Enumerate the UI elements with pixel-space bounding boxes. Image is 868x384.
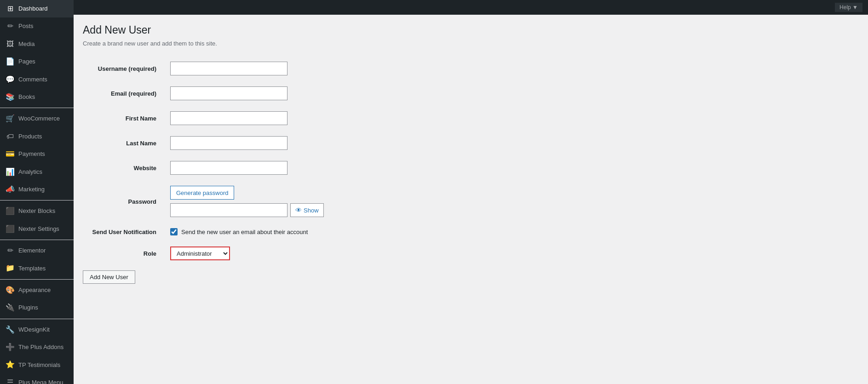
wdesignkit-icon: 🔧	[6, 325, 15, 335]
sidebar-item-appearance[interactable]: 🎨 Appearance	[0, 281, 74, 299]
sidebar-item-label: Media	[18, 40, 34, 48]
website-input[interactable]	[170, 161, 287, 175]
page-content: Add New User Create a brand new user and…	[74, 15, 868, 293]
sidebar-item-dashboard[interactable]: ⊞ Dashboard	[0, 0, 74, 17]
sidebar-item-the-plus-addons[interactable]: ➕ The Plus Addons	[0, 338, 74, 356]
pages-icon: 📄	[6, 57, 15, 67]
sidebar-item-analytics[interactable]: 📊 Analytics	[0, 163, 74, 181]
username-input[interactable]	[170, 62, 287, 75]
sidebar-item-comments[interactable]: 💬 Comments	[0, 71, 74, 88]
sidebar-item-label: Books	[18, 93, 35, 101]
sidebar-item-label: Posts	[18, 22, 34, 30]
sidebar-item-label: Dashboard	[18, 5, 48, 13]
email-row: Email (required)	[83, 81, 405, 106]
sidebar-item-label: TP Testimonials	[18, 361, 60, 369]
posts-icon: ✏	[6, 21, 15, 31]
password-input[interactable]	[170, 203, 287, 217]
nexter-blocks-icon: ⬛	[6, 206, 15, 216]
page-title: Add New User	[83, 24, 859, 36]
sidebar-item-nexter-settings[interactable]: ⬛ Nexter Settings	[0, 220, 74, 238]
sidebar-item-label: The Plus Addons	[18, 343, 63, 351]
show-label: Show	[304, 207, 319, 214]
website-row: Website	[83, 155, 405, 180]
add-user-form: Username (required) Email (required) Fir…	[83, 56, 405, 266]
sidebar-item-label: Nexter Blocks	[18, 207, 55, 215]
elementor-icon: ✏	[6, 246, 15, 256]
first-name-input[interactable]	[170, 111, 287, 125]
analytics-icon: 📊	[6, 167, 15, 177]
plugins-icon: 🔌	[6, 303, 15, 313]
sidebar-item-tp-testimonials[interactable]: ⭐ TP Testimonials	[0, 356, 74, 373]
email-input[interactable]	[170, 86, 287, 100]
sidebar-item-templates[interactable]: 📁 Templates	[0, 259, 74, 277]
sidebar-item-wdesignkit[interactable]: 🔧 WDesignKit	[0, 321, 74, 338]
sidebar-item-label: Products	[18, 132, 42, 141]
woocommerce-icon: 🛒	[6, 114, 15, 124]
send-notification-checkbox[interactable]	[170, 228, 178, 235]
generate-password-button[interactable]: Generate password	[170, 186, 234, 200]
notification-label: Send User Notification	[92, 229, 156, 235]
password-input-row: 👁 Show	[170, 203, 400, 217]
notification-checkbox-label: Send the new user an email about their a…	[181, 229, 308, 235]
website-label: Website	[133, 165, 156, 172]
email-label: Email (required)	[111, 90, 156, 97]
sidebar-item-label: Appearance	[18, 286, 51, 294]
sidebar-item-label: Plugins	[18, 304, 38, 312]
comments-icon: 💬	[6, 75, 15, 85]
sidebar-item-label: WDesignKit	[18, 326, 50, 334]
role-label: Role	[144, 250, 156, 257]
plus-addons-icon: ➕	[6, 342, 15, 352]
main-content: Help ▼ Add New User Create a brand new u…	[74, 0, 868, 384]
help-label: Help ▼	[839, 4, 858, 11]
sidebar-item-label: Nexter Settings	[18, 225, 59, 233]
help-button[interactable]: Help ▼	[835, 3, 862, 12]
templates-icon: 📁	[6, 263, 15, 273]
sidebar-item-label: WooCommerce	[18, 115, 60, 123]
show-password-button[interactable]: 👁 Show	[290, 203, 324, 217]
sidebar-item-woocommerce[interactable]: 🛒 WooCommerce	[0, 110, 74, 127]
sidebar-item-label: Plus Mega Menu	[18, 378, 63, 384]
add-user-button-label: Add New User	[90, 274, 128, 281]
sidebar-item-marketing[interactable]: 📣 Marketing	[0, 181, 74, 198]
sidebar-item-label: Payments	[18, 150, 45, 158]
username-label: Username (required)	[98, 65, 156, 72]
notification-row: Send User Notification Send the new user…	[83, 223, 405, 241]
sidebar-item-posts[interactable]: ✏ Posts	[0, 17, 74, 35]
add-new-user-button[interactable]: Add New User	[83, 270, 135, 284]
first-name-label: First Name	[126, 115, 156, 122]
last-name-input[interactable]	[170, 136, 287, 150]
last-name-row: Last Name	[83, 131, 405, 155]
sidebar-item-media[interactable]: 🖼 Media	[0, 35, 74, 53]
tp-testimonials-icon: ⭐	[6, 360, 15, 370]
first-name-row: First Name	[83, 106, 405, 131]
sidebar-item-label: Elementor	[18, 246, 46, 255]
sidebar-item-label: Marketing	[18, 185, 45, 194]
products-icon: 🏷	[6, 132, 15, 142]
sidebar-item-plugins[interactable]: 🔌 Plugins	[0, 299, 74, 316]
sidebar-item-products[interactable]: 🏷 Products	[0, 128, 74, 145]
marketing-icon: 📣	[6, 184, 15, 195]
dashboard-icon: ⊞	[6, 4, 15, 14]
role-select[interactable]: Administrator Editor Author Contributor …	[170, 246, 230, 260]
sidebar-item-label: Pages	[18, 57, 35, 66]
sidebar-item-payments[interactable]: 💳 Payments	[0, 145, 74, 163]
plus-mega-menu-icon: ☰	[6, 378, 15, 384]
eye-icon: 👁	[295, 206, 302, 214]
sidebar-item-elementor[interactable]: ✏ Elementor	[0, 242, 74, 259]
username-row: Username (required)	[83, 56, 405, 81]
sidebar-item-nexter-blocks[interactable]: ⬛ Nexter Blocks	[0, 202, 74, 220]
sidebar-item-pages[interactable]: 📄 Pages	[0, 53, 74, 70]
generate-password-label: Generate password	[176, 189, 228, 196]
books-icon: 📚	[6, 92, 15, 102]
sidebar-item-label: Comments	[18, 75, 47, 84]
notification-checkbox-row: Send the new user an email about their a…	[170, 228, 400, 235]
sidebar-item-plus-mega-menu[interactable]: ☰ Plus Mega Menu	[0, 374, 74, 384]
last-name-label: Last Name	[126, 140, 156, 147]
appearance-icon: 🎨	[6, 285, 15, 295]
password-row: Password Generate password 👁 Show	[83, 180, 405, 223]
payments-icon: 💳	[6, 149, 15, 159]
sidebar-item-books[interactable]: 📚 Books	[0, 88, 74, 106]
role-row: Role Administrator Editor Author Contrib…	[83, 241, 405, 266]
password-label: Password	[128, 198, 156, 205]
topbar: Help ▼	[74, 0, 868, 15]
